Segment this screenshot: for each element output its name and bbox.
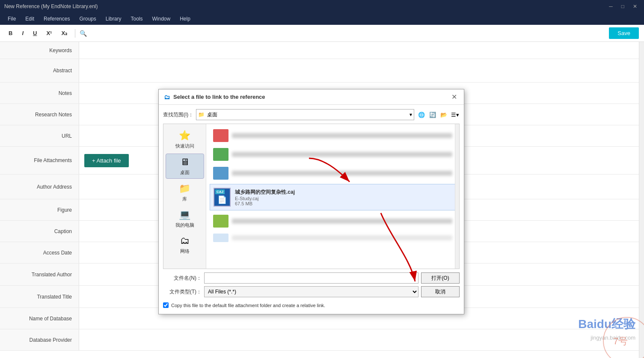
file-browser: ⭐ 快速访问 🖥 桌面 📁 库 💻 我的电 bbox=[163, 124, 460, 269]
file-icon-3 bbox=[213, 167, 229, 180]
label-access-date: Access Date bbox=[0, 242, 79, 263]
label-notes: Notes bbox=[0, 83, 79, 104]
file-icon-5 bbox=[213, 234, 229, 242]
label-translated-author: Translated Author bbox=[0, 263, 79, 285]
field-database-provider: Database Provider bbox=[0, 329, 644, 351]
caj-file-name: 城乡路网的空间复杂性.caj bbox=[235, 189, 452, 196]
caj-file-size: 67.5 MB bbox=[235, 201, 452, 206]
maximize-button[interactable]: □ bbox=[619, 3, 627, 10]
copy-file-checkbox[interactable] bbox=[163, 302, 169, 308]
menu-groups[interactable]: Groups bbox=[75, 14, 100, 24]
underline-button[interactable]: U bbox=[30, 28, 40, 38]
desktop-icon: 🖥 bbox=[180, 157, 190, 168]
nav-panel: ⭐ 快速访问 🖥 桌面 📁 库 💻 我的电 bbox=[163, 124, 206, 269]
copy-file-label: Copy this file to the default file attac… bbox=[171, 303, 325, 308]
subscript-button[interactable]: X₂ bbox=[58, 28, 71, 38]
save-button[interactable]: Save bbox=[609, 27, 639, 39]
menu-window[interactable]: Window bbox=[148, 14, 175, 24]
window-title: New Reference (My EndNote Library.enl) bbox=[4, 3, 98, 9]
filename-input[interactable] bbox=[204, 272, 418, 284]
blurred-filename-5 bbox=[232, 235, 452, 240]
file-dialog: 🗂 Select a file to link to the reference… bbox=[158, 89, 464, 314]
main-scrollbar[interactable] bbox=[639, 42, 644, 358]
list-item[interactable] bbox=[210, 164, 456, 182]
menu-file[interactable]: File bbox=[3, 14, 20, 24]
blurred-filename-1 bbox=[232, 133, 452, 138]
attach-file-button[interactable]: + Attach file bbox=[84, 154, 129, 167]
menu-references[interactable]: References bbox=[39, 14, 74, 24]
nav-my-computer[interactable]: 💻 我的电脑 bbox=[166, 207, 204, 231]
location-view-icon[interactable]: ☰▾ bbox=[450, 110, 460, 119]
file-icon-4 bbox=[213, 215, 229, 228]
filename-row: 文件名(N)： 打开(O) bbox=[163, 272, 460, 284]
nav-quick-access-label: 快速访问 bbox=[175, 143, 194, 149]
library-icon: 📁 bbox=[179, 183, 190, 194]
label-keywords: Keywords bbox=[0, 42, 79, 59]
label-abstract: Abstract bbox=[0, 59, 79, 82]
label-author-address: Author Address bbox=[0, 175, 79, 199]
label-file-attachments: File Attachments bbox=[0, 147, 79, 174]
dialog-title-bar: 🗂 Select a file to link to the reference… bbox=[159, 89, 464, 105]
list-item-caj[interactable]: CAJ 📄 城乡路网的空间复杂性.caj E-Study.caj 67.5 MB bbox=[210, 184, 456, 210]
list-item[interactable] bbox=[210, 127, 456, 145]
caj-file-info: 城乡路网的空间复杂性.caj E-Study.caj 67.5 MB bbox=[235, 189, 452, 206]
nav-quick-access[interactable]: ⭐ 快速访问 bbox=[166, 127, 204, 152]
filetype-select[interactable]: All Files (*.*) bbox=[204, 286, 418, 297]
dialog-close-button[interactable]: ✕ bbox=[450, 93, 459, 101]
value-abstract[interactable] bbox=[79, 59, 644, 82]
menu-library[interactable]: Library bbox=[101, 14, 126, 24]
italic-button[interactable]: I bbox=[18, 28, 27, 38]
open-button[interactable]: 打开(O) bbox=[421, 272, 460, 284]
value-database-provider[interactable] bbox=[79, 329, 644, 350]
location-folder-up-icon[interactable]: 📂 bbox=[439, 110, 448, 119]
title-bar: New Reference (My EndNote Library.enl) ─… bbox=[0, 0, 644, 13]
toolbar: B I U X¹ X₂ 🔍 Save bbox=[0, 25, 644, 42]
label-caption: Caption bbox=[0, 221, 79, 242]
menu-bar: File Edit References Groups Library Tool… bbox=[0, 13, 644, 25]
dialog-body: 查找范围(I)： 📁 桌面 ▾ 🌐 🔄 📂 ☰▾ bbox=[159, 105, 464, 314]
bold-button[interactable]: B bbox=[5, 28, 16, 38]
label-translated-title: Translated Title bbox=[0, 286, 79, 308]
blurred-filename-4 bbox=[232, 219, 452, 224]
nav-library-label: 库 bbox=[182, 196, 187, 202]
list-item[interactable] bbox=[210, 212, 456, 230]
nav-desktop[interactable]: 🖥 桌面 bbox=[166, 154, 204, 179]
nav-network[interactable]: 🗂 网络 bbox=[166, 233, 204, 257]
label-url: URL bbox=[0, 125, 79, 146]
search-button[interactable]: 🔍 bbox=[80, 30, 87, 37]
location-value: 桌面 bbox=[207, 111, 217, 118]
main-content: Keywords Abstract Notes Research Notes U… bbox=[0, 42, 644, 358]
location-bar: 查找范围(I)： 📁 桌面 ▾ 🌐 🔄 📂 ☰▾ bbox=[163, 109, 460, 120]
filetype-label: 文件类型(T)： bbox=[163, 288, 202, 296]
folder-icon: 📁 bbox=[198, 112, 205, 118]
location-back-icon[interactable]: 🌐 bbox=[417, 110, 426, 119]
menu-edit[interactable]: Edit bbox=[21, 14, 39, 24]
dialog-icon: 🗂 bbox=[164, 94, 170, 101]
location-refresh-icon[interactable]: 🔄 bbox=[428, 110, 437, 119]
minimize-button[interactable]: ─ bbox=[606, 3, 615, 10]
location-dropdown[interactable]: 📁 桌面 ▾ bbox=[196, 109, 414, 120]
filetype-row: 文件类型(T)： All Files (*.*) 取消 bbox=[163, 286, 460, 297]
toolbar-left: B I U X¹ X₂ 🔍 bbox=[5, 28, 87, 38]
file-list-area[interactable]: CAJ 📄 城乡路网的空间复杂性.caj E-Study.caj 67.5 MB bbox=[206, 124, 459, 269]
dropdown-arrow-icon: ▾ bbox=[410, 112, 412, 118]
close-button[interactable]: ✕ bbox=[630, 3, 640, 10]
network-icon: 🗂 bbox=[180, 235, 190, 246]
caj-file-icon: CAJ 📄 bbox=[214, 188, 231, 207]
cancel-button[interactable]: 取消 bbox=[421, 286, 460, 297]
file-icon-2 bbox=[213, 148, 229, 161]
computer-icon: 💻 bbox=[179, 209, 190, 220]
label-database-provider: Database Provider bbox=[0, 329, 79, 350]
menu-help[interactable]: Help bbox=[175, 14, 195, 24]
checkbox-row: Copy this file to the default file attac… bbox=[163, 301, 460, 310]
dialog-scrollbar[interactable] bbox=[455, 124, 459, 269]
menu-tools[interactable]: Tools bbox=[126, 14, 147, 24]
superscript-button[interactable]: X¹ bbox=[43, 28, 55, 38]
list-item[interactable] bbox=[210, 231, 456, 245]
nav-computer-label: 我的电脑 bbox=[175, 222, 194, 228]
value-keywords[interactable] bbox=[79, 42, 644, 59]
nav-library[interactable]: 📁 库 bbox=[166, 180, 204, 205]
list-item[interactable] bbox=[210, 145, 456, 163]
dialog-title: 🗂 Select a file to link to the reference bbox=[164, 94, 265, 101]
nav-desktop-label: 桌面 bbox=[180, 169, 190, 176]
